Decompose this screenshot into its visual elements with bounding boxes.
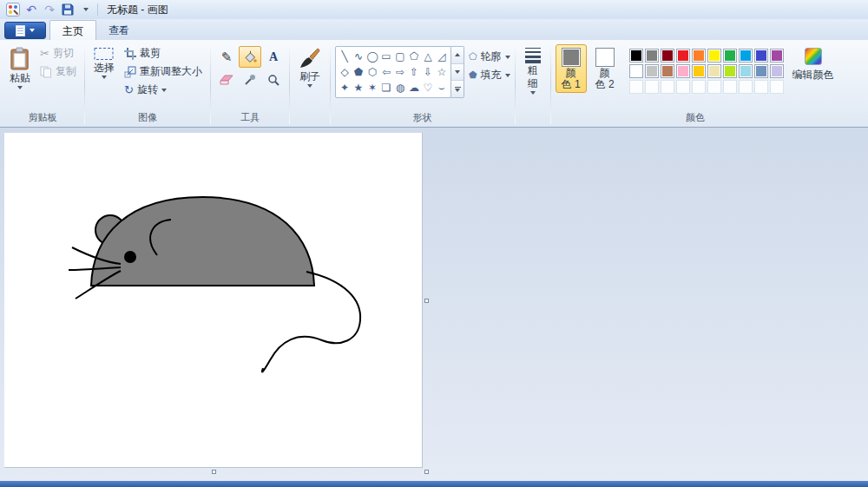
color1-button[interactable]: 颜 色 1 [556,44,587,93]
palette-swatch[interactable] [754,64,768,78]
palette-swatch[interactable] [676,64,690,78]
magnifier-tool[interactable] [262,69,285,90]
workspace [0,128,868,481]
gallery-scroll-down-button[interactable] [451,64,464,82]
eraser-tool[interactable] [215,69,238,90]
shape-cell[interactable]: ❏ [379,80,393,95]
copy-button[interactable]: 复制 [36,63,80,81]
redo-icon[interactable]: ↷ [42,2,57,17]
gallery-scroll-up-button[interactable] [451,47,464,64]
canvas-resize-handle-corner[interactable] [424,470,429,474]
drawing-canvas[interactable] [4,133,423,468]
shape-cell[interactable]: ✦ [338,80,352,95]
palette-swatch[interactable] [645,64,659,78]
colors-group-label: 颜色 [554,110,838,127]
canvas-resize-handle-right[interactable] [424,299,429,303]
palette-swatch[interactable] [676,49,690,63]
rotate-button[interactable]: ↻ 旋转 [121,81,206,99]
shape-cell[interactable]: ★ [352,80,365,95]
shape-cell[interactable]: ◯ [365,49,379,64]
shape-cell[interactable]: ⇦ [379,64,393,80]
gallery-expand-button[interactable] [451,81,464,97]
crop-label: 裁剪 [140,46,161,61]
undo-icon[interactable]: ↶ [23,2,39,17]
fill-tool[interactable] [239,46,261,68]
shape-cell[interactable]: ◿ [435,49,449,64]
color-picker-tool[interactable] [239,69,261,90]
palette-swatch[interactable] [723,64,737,78]
pencil-tool[interactable]: ✎ [215,46,238,68]
palette-swatch-empty[interactable] [707,80,721,94]
shape-cell[interactable]: ☆ [435,64,449,80]
palette-swatch-empty[interactable] [739,80,753,94]
group-separator [515,44,516,124]
palette-swatch-empty[interactable] [629,80,643,94]
palette-swatch-empty[interactable] [661,80,674,94]
mouse-drawing [4,133,423,468]
palette-swatch[interactable] [692,64,706,78]
titlebar: ↶ ↷ 无标题 - 画图 [0,0,868,19]
select-button[interactable]: 选择 [89,44,119,82]
palette-swatch[interactable] [754,49,768,63]
shape-cell[interactable]: ⇨ [393,64,407,80]
palette-swatch[interactable] [645,49,659,63]
palette-swatch-empty[interactable] [645,80,659,94]
shape-cell[interactable]: ⬡ [365,64,379,80]
text-tool[interactable]: A [262,46,285,68]
palette-swatch[interactable] [739,64,753,78]
shape-cell[interactable]: ◍ [393,80,407,95]
outline-caret-icon [505,56,510,59]
palette-swatch[interactable] [739,49,753,63]
tab-home[interactable]: 主页 [49,20,96,40]
shape-cell[interactable]: ⬟ [352,64,365,80]
palette-swatch[interactable] [629,49,643,63]
qat-dropdown-caret-icon[interactable] [78,2,94,17]
application-menu-button[interactable] [4,22,46,39]
tab-view[interactable]: 查看 [96,20,141,40]
resize-button[interactable]: 重新调整大小 [121,63,206,81]
palette-swatch[interactable] [707,64,721,78]
mouse-tail [262,272,360,372]
cut-button[interactable]: ✂ 剪切 [36,44,80,63]
brushes-button[interactable]: 刷子 [294,44,326,90]
shape-cell[interactable]: ⇩ [421,64,435,80]
shape-cell[interactable]: △ [421,49,435,64]
shape-cell[interactable]: ⬠ [407,49,421,64]
fill-button[interactable]: ⬟ 填充 [469,68,510,82]
shape-cell[interactable]: ♡ [421,80,435,95]
quick-access-toolbar: ↶ ↷ [5,2,94,17]
save-icon[interactable] [60,2,76,17]
color2-button[interactable]: 颜 色 2 [589,44,621,93]
shape-cell[interactable]: ◇ [338,64,352,80]
palette-swatch[interactable] [692,49,706,63]
palette-swatch-empty[interactable] [692,80,706,94]
palette-swatch-empty[interactable] [676,80,690,94]
canvas-resize-handle-bottom[interactable] [212,470,216,474]
palette-swatch[interactable] [629,64,643,78]
shape-cell[interactable]: ╲ [338,49,352,64]
shape-cell[interactable]: ▭ [379,49,393,64]
palette-swatch[interactable] [770,49,784,63]
app-icon[interactable] [5,2,21,17]
cut-label: 剪切 [53,46,74,61]
palette-swatch[interactable] [770,64,784,78]
paste-button[interactable]: 粘贴 [5,44,35,92]
palette-swatch-empty[interactable] [770,80,784,94]
crop-button[interactable]: 裁剪 [121,44,206,63]
shape-cell[interactable]: ∿ [352,49,365,64]
size-button[interactable]: 粗 细 [520,44,546,97]
shape-cell[interactable]: ⇧ [407,64,421,80]
palette-swatch[interactable] [723,49,737,63]
shape-cell[interactable]: ▢ [393,49,407,64]
palette-swatch[interactable] [661,49,674,63]
palette-swatch-empty[interactable] [754,80,768,94]
shape-cell[interactable]: ☁ [407,80,421,95]
shape-cell[interactable]: ⌣ [435,80,449,95]
palette-swatch[interactable] [661,64,674,78]
outline-button[interactable]: ⬠ 轮廓 [469,49,510,64]
shape-cell[interactable]: ✶ [365,80,379,95]
palette-swatch[interactable] [707,49,721,63]
edit-colors-button[interactable]: 编辑颜色 [791,44,836,86]
crop-icon [124,48,136,60]
palette-swatch-empty[interactable] [723,80,737,94]
